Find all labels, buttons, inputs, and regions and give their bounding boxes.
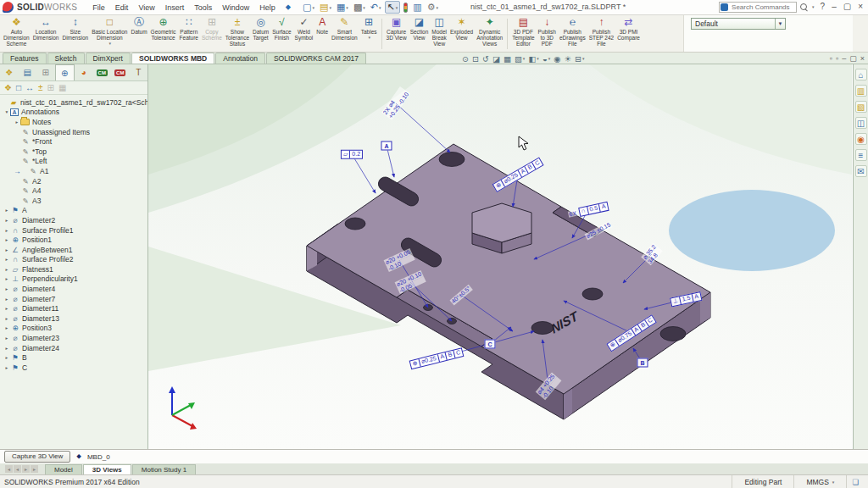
tree-item-a2[interactable]: ✎A2 <box>2 176 147 186</box>
pmi-compare-button[interactable]: ⇄3D PMI Compare <box>615 16 642 52</box>
help-button[interactable]: ? <box>818 1 828 13</box>
pane-left-button[interactable]: ▫ <box>830 54 832 63</box>
tree-item-nist-ctc-01-asme1-rd-sw1702-ra-scheme2[interactable]: ▰nist_ctc_01_asme1_rd_sw1702_ra<Scheme2> <box>2 97 147 108</box>
dropdown-caret-icon[interactable]: ▾ <box>437 5 439 10</box>
expand-arrow-icon[interactable]: ▸ <box>3 286 10 291</box>
tab-scroll-button[interactable]: ◂ <box>14 465 21 473</box>
doc-tab-motion-study-1[interactable]: Motion Study 1 <box>132 464 196 474</box>
doc-close-button[interactable]: × <box>860 54 865 63</box>
tree-item-a4[interactable]: ✎A4 <box>2 186 147 196</box>
tab-features[interactable]: Features <box>3 53 47 64</box>
tree-item-unassigned-items[interactable]: ✎Unassigned Items <box>2 127 147 137</box>
tab-scroll-button[interactable]: ▸ <box>22 465 30 473</box>
dropdown-caret-icon[interactable]: ▾ <box>329 5 331 10</box>
menu-view[interactable]: View <box>133 3 159 12</box>
tree-item-top[interactable]: ✎*Top <box>2 147 147 157</box>
capture-3d-view-button[interactable]: Capture 3D View <box>4 451 70 463</box>
tab-sketch[interactable]: Sketch <box>47 53 85 64</box>
expand-arrow-icon[interactable]: ▸ <box>3 257 10 262</box>
tree-item-annotations[interactable]: ▾AAnnotations <box>2 108 147 118</box>
units-selector[interactable]: MMGS ▾ <box>793 475 846 488</box>
print-button[interactable]: ▩▾ <box>352 2 367 13</box>
select-button[interactable]: ↖▾ <box>385 1 401 14</box>
cam-tools-tab[interactable]: T <box>130 64 148 80</box>
tree-item-b[interactable]: ▸⚑B <box>2 352 147 363</box>
pattern-feature-button[interactable]: ∷Pattern Feature <box>178 16 200 52</box>
expand-arrow-icon[interactable]: ▸ <box>3 228 10 233</box>
tab-solidworks-mbd[interactable]: SOLIDWORKS MBD <box>131 53 214 64</box>
basic-location-dimension-button[interactable]: □ <box>16 83 21 92</box>
graphics-area[interactable]: NIST <box>148 64 853 449</box>
apply-scene-button[interactable]: ☀ <box>564 54 571 64</box>
size-dimension-button[interactable]: ↕Size Dimension <box>60 16 90 52</box>
dropdown-caret-icon[interactable]: ▾ <box>379 5 381 10</box>
dropdown-caret-icon[interactable]: ▾ <box>313 5 315 10</box>
datum-target-button[interactable]: ◎Datum Target <box>251 16 270 52</box>
view-thumbnail-name[interactable]: MBD_0 <box>87 453 110 461</box>
custom-properties-button[interactable]: ≡ <box>855 149 867 161</box>
cam-feature-tree-tab[interactable]: CM <box>93 64 112 80</box>
new-document-button[interactable]: ▢▾ <box>301 2 316 13</box>
propertymanager-tab[interactable]: ▤ <box>19 64 37 80</box>
dropdown-caret-icon[interactable]: ▾ <box>523 56 526 61</box>
menu-insert[interactable]: Insert <box>160 3 190 12</box>
search-icon[interactable] <box>800 3 808 11</box>
show-tolerance-status-button[interactable]: ± <box>38 83 43 92</box>
rebuild-traffic-light-button[interactable] <box>402 2 409 14</box>
auto-dimension-scheme-button[interactable]: ❖ <box>4 83 12 92</box>
tree-item-a1[interactable]: →✎A1 <box>2 166 147 176</box>
size-dimension-button[interactable]: ↔ <box>25 83 34 92</box>
file-explorer-button[interactable]: ▧ <box>855 101 867 113</box>
save-button[interactable]: ▦▾ <box>335 2 350 13</box>
dynamic-annotation-views-button[interactable]: ✦Dynamic Annotation Views <box>475 16 504 52</box>
location-dimension-button[interactable]: ↔Location Dimension <box>31 16 61 52</box>
expand-arrow-icon[interactable]: ▸ <box>3 306 10 311</box>
section-view-button[interactable]: ◪Section View <box>409 16 431 52</box>
menu-file[interactable]: File <box>87 3 110 12</box>
zoom-fit-button[interactable]: ⊙ <box>462 54 469 64</box>
design-library-button[interactable]: ▥ <box>855 85 867 97</box>
tree-item-front[interactable]: ✎*Front <box>2 136 147 147</box>
options-gear-button[interactable]: ⚙▾ <box>426 2 440 13</box>
expand-arrow-icon[interactable]: ▸ <box>3 218 10 223</box>
expand-arrow-icon[interactable]: ▸ <box>3 276 10 281</box>
dropdown-caret-icon[interactable]: ▾ <box>109 41 112 47</box>
expand-arrow-icon[interactable]: ▸ <box>3 208 10 213</box>
dropdown-caret-icon[interactable]: ▾ <box>368 35 370 41</box>
view-orientation-button[interactable]: ▧▾ <box>515 54 526 64</box>
hide-show-items-button[interactable]: ◒▾ <box>542 54 550 64</box>
display-style-button[interactable]: ◧▾ <box>528 54 539 64</box>
expand-arrow-icon[interactable]: ▸ <box>3 365 10 370</box>
smart-dimension-button[interactable]: ✎Smart Dimension <box>330 16 359 52</box>
menu-help[interactable]: Help <box>254 3 281 12</box>
tab-scroll-button[interactable]: ◂ <box>5 465 13 473</box>
search-commands-input[interactable] <box>719 2 797 13</box>
auto-dimension-scheme-button[interactable]: ❖Auto Dimension Scheme <box>2 16 31 52</box>
expand-arrow-icon[interactable]: ▸ <box>3 237 10 242</box>
close-button[interactable]: × <box>855 1 865 13</box>
tree-item-c[interactable]: ▸⚑C <box>2 363 147 373</box>
surface-finish-button[interactable]: √Surface Finish <box>270 16 292 52</box>
tree-item-anglebetween1[interactable]: ▸∠AngleBetween1 <box>2 245 147 255</box>
dropdown-caret-icon[interactable]: ▾ <box>548 56 551 61</box>
tree-item-diameter7[interactable]: ▸⌀Diameter7 <box>2 294 147 304</box>
expand-arrow-icon[interactable]: ▸ <box>3 267 10 272</box>
tab-dimxpert[interactable]: DimXpert <box>86 53 131 64</box>
dropdown-caret-icon[interactable]: ▾ <box>363 5 365 10</box>
datum-button[interactable]: ⒶDatum <box>129 16 148 52</box>
tree-item-position1[interactable]: ▸⊕Position1 <box>2 235 147 245</box>
cam-operation-tree-tab[interactable]: CM <box>111 64 130 80</box>
dimxpertmanager-tab[interactable]: ⊕ <box>55 64 75 80</box>
weld-symbol-button[interactable]: ✓Weld Symbol <box>293 16 315 52</box>
dropdown-caret-icon[interactable]: ▾ <box>582 56 585 61</box>
note-button[interactable]: ANote <box>314 16 330 52</box>
menu-tools[interactable]: Tools <box>189 3 217 12</box>
view-palette-button[interactable]: ◫ <box>855 117 867 129</box>
view-settings-button[interactable]: ⊟▾ <box>575 54 584 64</box>
publish-edrawings-file-button[interactable]: ℮Publish eDrawings File <box>558 16 587 52</box>
expand-arrow-icon[interactable]: ▸ <box>3 316 10 321</box>
tag-icon[interactable]: ❏ <box>846 475 864 488</box>
tables-button[interactable]: ⊞Tables▾ <box>359 16 379 52</box>
tree-item-position3[interactable]: ▸⊕Position3 <box>2 324 147 334</box>
file-properties-button[interactable]: ▥ <box>411 2 423 13</box>
